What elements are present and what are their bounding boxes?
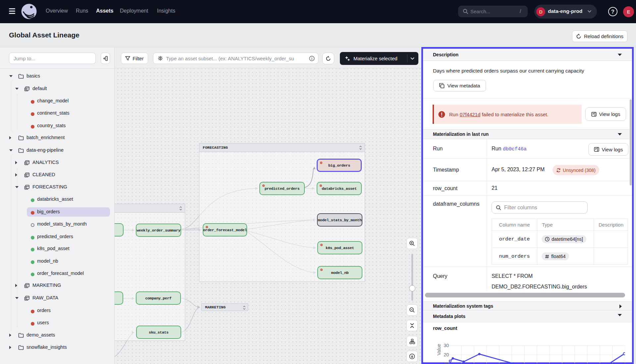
svg-text:?: ?	[611, 9, 614, 15]
